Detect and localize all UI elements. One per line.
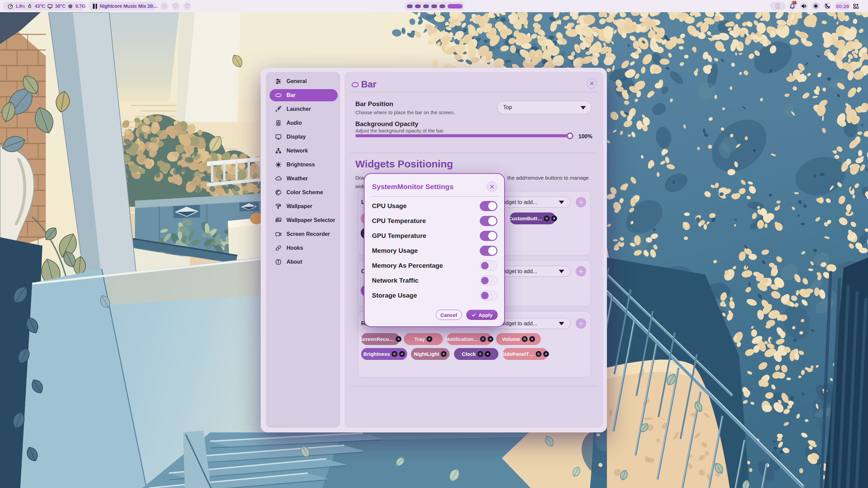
svg-text:C: C <box>777 5 780 9</box>
